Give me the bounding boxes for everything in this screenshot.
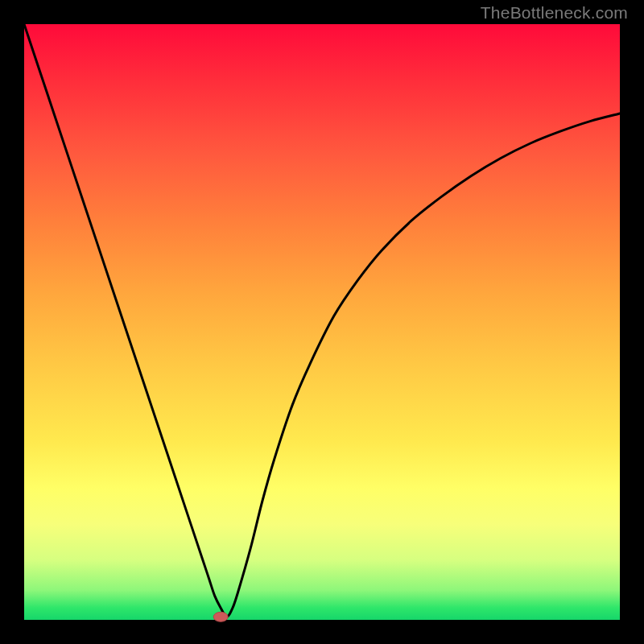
bottleneck-curve (24, 24, 620, 617)
watermark-text: TheBottleneck.com (481, 3, 628, 23)
minimum-marker (213, 612, 228, 621)
plot-area (24, 24, 620, 620)
chart-svg (24, 24, 620, 620)
chart-frame: TheBottleneck.com (0, 0, 644, 644)
